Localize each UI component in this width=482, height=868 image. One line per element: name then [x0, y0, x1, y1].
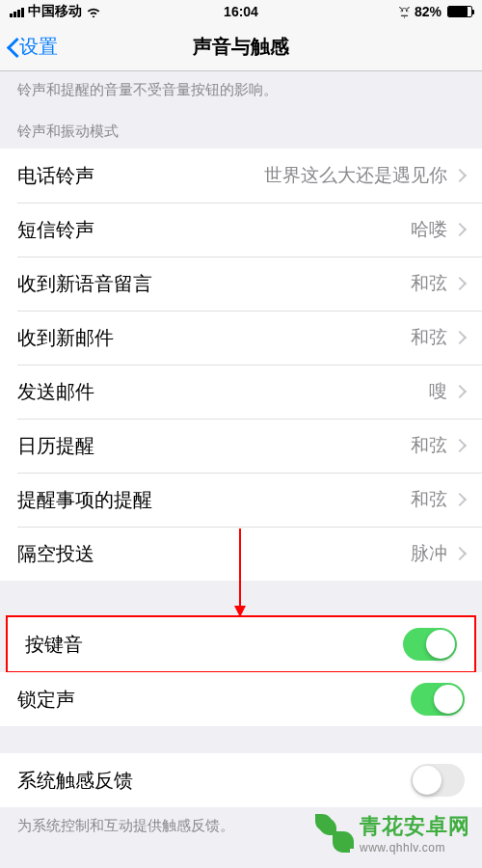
- row-sent-mail[interactable]: 发送邮件 嗖: [0, 365, 482, 419]
- wifi-icon: [86, 6, 101, 17]
- row-label: 收到新邮件: [17, 325, 411, 351]
- watermark-title: 青花安卓网: [360, 812, 470, 841]
- chevron-right-icon: [453, 493, 467, 506]
- alarm-icon: [398, 6, 411, 18]
- row-label: 隔空投送: [17, 541, 411, 567]
- row-value: 和弦: [411, 325, 447, 350]
- status-bar: 中国移动 16:04 82%: [0, 0, 482, 23]
- chevron-right-icon: [453, 547, 467, 560]
- row-value: 和弦: [411, 487, 447, 512]
- row-label: 收到新语音留言: [17, 271, 411, 297]
- row-value: 嗖: [429, 379, 447, 404]
- battery-percent: 82%: [415, 4, 442, 19]
- nav-bar: 设置 声音与触感: [0, 23, 482, 71]
- row-voicemail[interactable]: 收到新语音留言 和弦: [0, 257, 482, 311]
- row-keyboard-clicks: 按键音: [8, 617, 474, 671]
- chevron-right-icon: [453, 439, 467, 452]
- toggle-keyboard-clicks[interactable]: [403, 628, 457, 661]
- row-lock-sound: 锁定声: [0, 672, 482, 726]
- row-ringtone[interactable]: 电话铃声 世界这么大还是遇见你: [0, 149, 482, 203]
- row-label: 电话铃声: [17, 163, 264, 189]
- watermark-logo-icon: [315, 814, 354, 853]
- annotation-arrow-icon: [239, 529, 241, 615]
- watermark-url: www.qhhlv.com: [360, 841, 470, 854]
- chevron-right-icon: [453, 169, 467, 182]
- toggle-lock-sound[interactable]: [411, 683, 465, 716]
- battery-icon: [447, 6, 472, 17]
- chevron-right-icon: [453, 331, 467, 344]
- row-value: 世界这么大还是遇见你: [264, 163, 447, 188]
- row-label: 系统触感反馈: [17, 768, 411, 794]
- row-value: 和弦: [411, 433, 447, 458]
- row-label: 短信铃声: [17, 217, 411, 243]
- row-value: 和弦: [411, 271, 447, 296]
- chevron-right-icon: [453, 277, 467, 290]
- row-calendar[interactable]: 日历提醒 和弦: [0, 419, 482, 473]
- row-label: 发送邮件: [17, 379, 429, 405]
- watermark: 青花安卓网 www.qhhlv.com: [315, 812, 470, 854]
- row-reminders[interactable]: 提醒事项的提醒 和弦: [0, 473, 482, 527]
- back-button[interactable]: 设置: [0, 34, 58, 60]
- row-value: 脉冲: [411, 541, 447, 566]
- group-sounds: 电话铃声 世界这么大还是遇见你 短信铃声 哈喽 收到新语音留言 和弦 收到新邮件…: [0, 149, 482, 581]
- section-header-ringtone-pattern: 铃声和振动模式: [0, 107, 482, 149]
- carrier-label: 中国移动: [28, 3, 82, 20]
- ringer-note: 铃声和提醒的音量不受音量按钮的影响。: [0, 71, 482, 107]
- row-label: 日历提醒: [17, 433, 411, 459]
- chevron-right-icon: [453, 223, 467, 236]
- page-title: 声音与触感: [193, 34, 289, 60]
- row-label: 按键音: [25, 632, 403, 658]
- annotation-highlight: 按键音: [6, 615, 476, 673]
- chevron-left-icon: [6, 37, 19, 58]
- row-value: 哈喽: [411, 217, 447, 242]
- row-airdrop[interactable]: 隔空投送 脉冲: [0, 527, 482, 581]
- toggle-system-haptics[interactable]: [411, 764, 465, 797]
- chevron-right-icon: [453, 385, 467, 398]
- row-label: 提醒事项的提醒: [17, 487, 411, 513]
- signal-icon: [10, 7, 24, 17]
- row-new-mail[interactable]: 收到新邮件 和弦: [0, 311, 482, 365]
- clock: 16:04: [224, 4, 258, 19]
- row-text-tone[interactable]: 短信铃声 哈喽: [0, 203, 482, 257]
- row-system-haptics: 系统触感反馈: [0, 753, 482, 807]
- row-label: 锁定声: [17, 687, 411, 713]
